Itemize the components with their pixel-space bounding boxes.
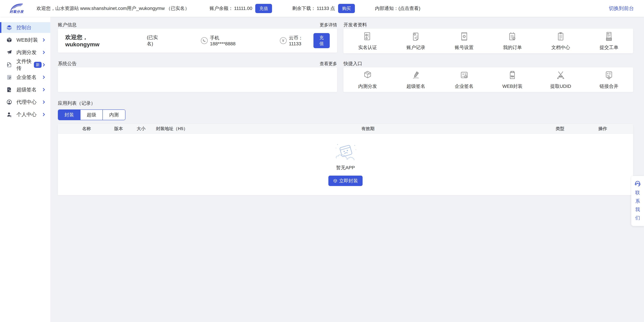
tab-package[interactable]: 封装 — [58, 110, 80, 120]
dev-item-real-name[interactable]: 实名认证 — [344, 31, 392, 51]
more-details-link[interactable]: 更多详情 — [320, 22, 337, 28]
orders-icon — [507, 31, 518, 42]
user-icon — [6, 112, 12, 117]
svg-text:ZIP: ZIP — [8, 65, 9, 66]
certificate-doc-icon — [6, 87, 12, 93]
paper-plane-icon — [6, 50, 12, 55]
column-type: 类型 — [556, 126, 598, 132]
super-sign-icon — [411, 70, 421, 80]
internal-notice[interactable]: 内部通知：(点击查看) — [375, 5, 420, 12]
dev-item-account-settings[interactable]: 账号设置 — [440, 31, 488, 51]
recharge-button[interactable]: 充值 — [255, 4, 272, 13]
package-now-label: 立即封装 — [339, 178, 358, 184]
empty-text: 暂无APP — [336, 165, 355, 171]
zip-file-icon: ZIP — [6, 62, 12, 68]
column-actions: 操作 — [598, 126, 633, 132]
dev-item-label: 账号设置 — [455, 44, 474, 51]
quick-entry-title: 快捷入口 — [344, 61, 362, 67]
buy-button[interactable]: 购买 — [338, 4, 355, 13]
view-more-link[interactable]: 查看更多 — [320, 61, 337, 67]
quick-item-enterprise-sign[interactable]: 企业签名 — [440, 70, 488, 90]
dev-item-label: 文档中心 — [551, 44, 570, 51]
sidebar-item-enterprise-sign[interactable]: 企业签名 — [0, 72, 50, 83]
layers-icon — [6, 25, 12, 30]
coin-text: 云币：11133 — [289, 35, 314, 47]
quick-item-label: 链接合并 — [600, 83, 618, 90]
contact-us-tab[interactable]: 联 系 我 们 — [631, 176, 644, 226]
chevron-right-icon — [42, 75, 46, 79]
package-now-button[interactable]: 立即封装 — [328, 176, 362, 186]
beta-dist-icon — [362, 70, 373, 80]
account-settings-icon — [459, 31, 470, 42]
quick-item-label: 超级签名 — [406, 83, 425, 90]
dev-item-docs[interactable]: 文档中心 — [536, 31, 585, 51]
app-list-tabs: 封装 超级 内测 — [58, 109, 126, 120]
account-recharge-button[interactable]: 充值 — [314, 33, 330, 48]
balance-group: 账户余额： 11111.00 充值 — [210, 4, 272, 13]
phone-text: 手机 188****8888 — [210, 35, 244, 47]
chevron-right-icon — [42, 100, 46, 104]
contact-label-char: 我 — [635, 206, 640, 213]
dashboard-page: 封装分发 欢迎您，山水资源站 www.shanshuinet.com用户_wuk… — [0, 0, 644, 322]
column-package-url: 封装地址（H5） — [156, 126, 362, 132]
chevron-right-icon — [42, 38, 46, 42]
clipboard-pen-icon — [6, 74, 12, 80]
switch-to-front-link[interactable]: 切换到前台 — [609, 5, 634, 12]
notice-label: 内部通知： — [375, 6, 398, 11]
notice-link[interactable]: (点击查看) — [398, 6, 420, 11]
contact-label-char: 联 — [635, 189, 640, 196]
developer-info-card: 实名认证 账户记录 账号设置 我的订单 — [344, 29, 633, 53]
app-table-empty-state: 暂无APP 立即封装 — [58, 134, 633, 195]
column-name: 名称 — [82, 126, 114, 132]
quick-item-web-package[interactable]: WEB封装 — [488, 70, 537, 90]
account-phone: 手机 188****8888 — [201, 35, 244, 47]
contact-label-char: 们 — [635, 214, 640, 222]
chevron-right-icon — [42, 63, 46, 67]
tab-beta[interactable]: 内测 — [103, 110, 125, 120]
cube-icon — [333, 179, 338, 183]
sidebar-item-beta-distribution[interactable]: 内测分发 — [0, 47, 50, 58]
tab-super[interactable]: 超级 — [80, 110, 103, 120]
sidebar-item-super-sign[interactable]: 超级签名 — [0, 84, 50, 95]
quick-item-label: WEB封装 — [502, 83, 522, 90]
app-list-title: 应用列表（记录） — [58, 101, 96, 106]
chevron-right-icon — [42, 112, 46, 117]
contact-label-char: 系 — [635, 197, 640, 205]
sidebar-item-label: 文件快传 — [16, 58, 32, 72]
sidebar-item-label: 超级签名 — [16, 86, 36, 93]
sidebar-item-label: WEB封装 — [16, 37, 38, 44]
sidebar-item-console[interactable]: 控制台 — [0, 22, 50, 33]
sidebar-item-label: 控制台 — [16, 24, 32, 31]
quick-item-beta-distribution[interactable]: 内测分发 — [344, 70, 392, 90]
sidebar-item-agent-center[interactable]: 代理中心 — [0, 97, 50, 107]
dev-item-label: 实名认证 — [358, 44, 377, 51]
dev-item-orders[interactable]: 我的订单 — [488, 31, 537, 51]
id-verify-icon — [362, 31, 373, 42]
sidebar-item-label: 代理中心 — [16, 99, 36, 106]
announcement-title: 系统公告 — [58, 61, 77, 67]
app-table: 名称 版本 大小 封装地址（H5） 有效期 类型 操作 — [58, 124, 633, 195]
new-badge: 新 — [34, 62, 42, 68]
quick-item-link-merge[interactable]: 链接合并 — [585, 70, 633, 90]
main-content: 账户信息 更多详情 欢迎您，wukongymw (已实名) 手机 188****… — [50, 17, 644, 322]
announcement-card — [58, 67, 337, 92]
sidebar-nav: 控制台 WEB封装 内测分发 — [0, 17, 50, 322]
quick-item-udid[interactable]: 提取UDID — [536, 70, 585, 90]
quick-entry-section: 快捷入口 内测分发 超级签名 企业签名 — [344, 60, 633, 92]
empty-app-illustration — [332, 143, 360, 163]
brand-logo[interactable]: 封装分发 — [8, 3, 26, 14]
downloads-value: 11133 点 — [317, 5, 335, 12]
dev-item-ticket[interactable]: 提交工单 — [585, 31, 633, 51]
headset-icon — [634, 180, 641, 187]
sidebar-item-file-transfer[interactable]: ZIP 文件快传 新 — [0, 60, 50, 70]
announcement-section: 系统公告 查看更多 — [58, 60, 337, 92]
quick-item-label: 企业签名 — [455, 83, 474, 90]
dev-item-label: 账户记录 — [406, 44, 425, 51]
box-icon — [6, 37, 12, 43]
account-info-title: 账户信息 — [58, 22, 77, 28]
quick-item-super-sign[interactable]: 超级签名 — [392, 70, 440, 90]
sidebar-item-personal-center[interactable]: 个人中心 — [0, 109, 50, 120]
dev-item-account-record[interactable]: 账户记录 — [392, 31, 440, 51]
verified-status: (已实名) — [147, 34, 163, 47]
sidebar-item-web-package[interactable]: WEB封装 — [0, 35, 50, 45]
